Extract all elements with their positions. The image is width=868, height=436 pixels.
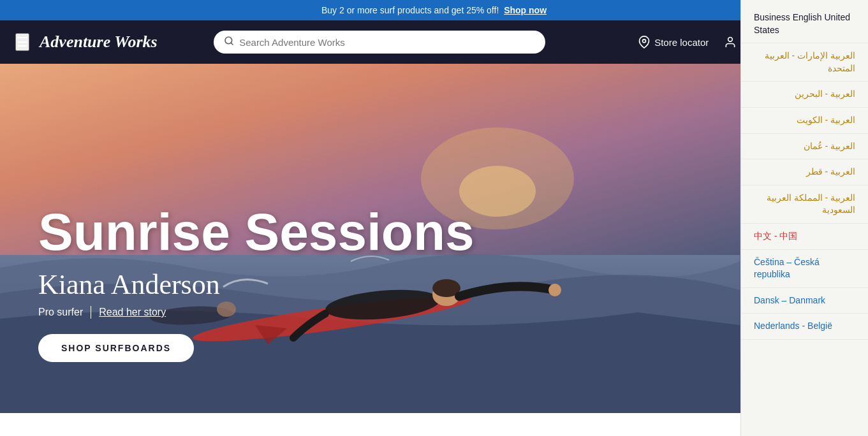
hero-subtitle: Pro surfer Read her story	[38, 306, 474, 319]
promo-banner: Buy 2 or more surf products and get 25% …	[0, 0, 868, 20]
promo-text: Buy 2 or more surf products and get 25% …	[321, 5, 499, 15]
store-locator-button[interactable]: Store locator	[638, 36, 709, 48]
site-dropdown-item[interactable]: العربية الإمارات - العربية المتحدة	[741, 43, 868, 82]
site-dropdown-item[interactable]: العربية - قطر	[741, 159, 868, 185]
hero-surfer-name: Kiana Anderson	[38, 268, 474, 301]
location-pin-icon	[638, 36, 651, 48]
user-icon	[724, 36, 737, 48]
site-dropdown-item[interactable]: العربية - عُمان	[741, 134, 868, 160]
svg-line-1	[231, 43, 233, 45]
store-locator-label: Store locator	[654, 37, 709, 48]
svg-point-13	[548, 284, 561, 296]
site-dropdown-item[interactable]: Čeština – Česká republika	[741, 250, 868, 288]
promo-link[interactable]: Shop now	[504, 5, 547, 15]
shop-surfboards-button[interactable]: SHOP SURFBOARDS	[38, 334, 194, 362]
search-bar-container	[214, 31, 545, 54]
hamburger-menu-button[interactable]: ☰	[15, 33, 29, 51]
hero-title: Sunrise Sessions	[38, 206, 474, 258]
site-dropdown-item[interactable]: العربية - المملكة العربية السعودية	[741, 185, 868, 224]
search-input[interactable]	[239, 37, 535, 48]
site-dropdown-item[interactable]: Business English United States	[741, 5, 868, 43]
site-dropdown-item[interactable]: 中文 - 中国	[741, 224, 868, 250]
hero-read-story-link[interactable]: Read her story	[99, 307, 166, 318]
hero-content: Sunrise Sessions Kiana Anderson Pro surf…	[38, 206, 474, 362]
site-dropdown-panel: Business English United Statesالعربية ال…	[740, 0, 868, 413]
site-dropdown-item[interactable]: العربية - الكويت	[741, 108, 868, 134]
site-dropdown-item[interactable]: Dansk – Danmark	[741, 288, 868, 314]
search-icon	[224, 36, 234, 48]
site-logo[interactable]: Adventure Works	[40, 33, 158, 52]
svg-point-3	[728, 38, 733, 42]
hero-pro-label: Pro surfer	[38, 307, 83, 318]
site-dropdown-item[interactable]: العربية - البحرين	[741, 82, 868, 108]
site-header: ☰ Adventure Works Store locator Sign in	[0, 20, 868, 64]
hero-divider	[91, 306, 91, 319]
site-dropdown-item[interactable]: Nederlands - België	[741, 314, 868, 340]
hero-section: Sunrise Sessions Kiana Anderson Pro surf…	[0, 64, 868, 413]
svg-point-2	[643, 40, 646, 43]
